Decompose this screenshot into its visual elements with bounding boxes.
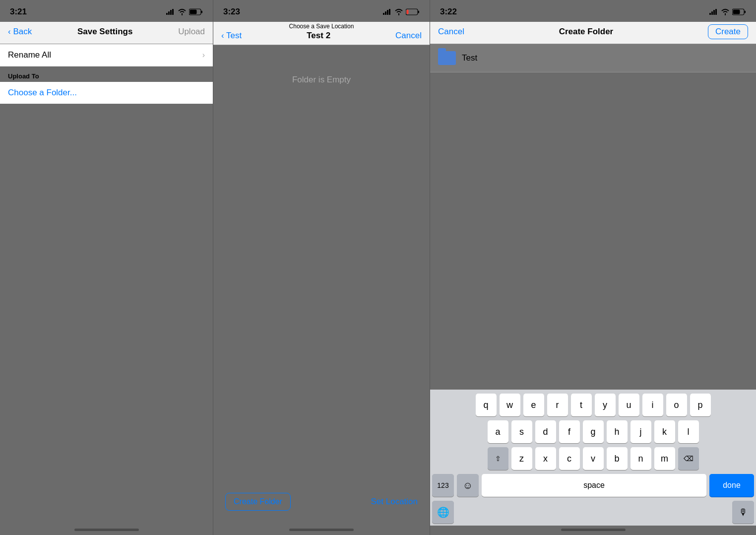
svg-point-4 (182, 14, 183, 15)
bottom-bar-2: Create Folder Set Location (213, 485, 430, 526)
key-z[interactable]: z (511, 447, 532, 470)
battery-icon-1 (189, 8, 203, 15)
mic-key[interactable]: 🎙 (732, 501, 754, 524)
status-bar-2: 3:23 (213, 0, 430, 22)
svg-point-20 (725, 14, 726, 15)
bottom-spacer (457, 501, 729, 524)
done-key[interactable]: done (709, 474, 754, 497)
nav-subtitle-2: Choose a Save Location (221, 23, 422, 30)
svg-rect-19 (715, 9, 717, 15)
key-i[interactable]: i (642, 394, 663, 416)
key-s[interactable]: s (511, 420, 532, 443)
rename-all-label: Rename All (8, 50, 51, 60)
delete-key[interactable]: ⌫ (678, 447, 699, 470)
status-icons-2 (383, 8, 420, 15)
svg-rect-2 (170, 10, 172, 15)
key-o[interactable]: o (666, 394, 687, 416)
svg-rect-18 (713, 10, 715, 15)
key-q[interactable]: q (476, 394, 497, 416)
key-w[interactable]: w (500, 394, 520, 416)
choose-folder-row[interactable]: Choose a Folder... (0, 82, 213, 104)
key-g[interactable]: g (583, 420, 604, 443)
status-bar-1: 3:21 (0, 0, 213, 22)
key-l[interactable]: l (678, 420, 699, 443)
svg-rect-17 (711, 11, 713, 15)
svg-rect-22 (733, 10, 740, 14)
key-e[interactable]: e (523, 394, 544, 416)
wifi-icon-3 (721, 8, 730, 15)
create-folder-button-2[interactable]: Create Folder (225, 493, 291, 511)
content-1: Rename All › Upload To Choose a Folder..… (0, 44, 213, 526)
key-c[interactable]: c (559, 447, 580, 470)
keyboard-row-3: ⇧ z x c v b n m ⌫ (432, 447, 754, 470)
svg-rect-7 (201, 11, 203, 13)
home-indicator-1 (0, 526, 213, 535)
home-indicator-2 (213, 526, 430, 535)
nav-bar-3: Cancel Create Folder Create (430, 22, 756, 44)
space-key[interactable]: space (482, 474, 706, 497)
key-a[interactable]: a (488, 420, 508, 443)
home-bar-1 (74, 529, 139, 531)
key-f[interactable]: f (559, 420, 580, 443)
folder-row-3[interactable]: Test (430, 44, 756, 72)
svg-rect-16 (709, 13, 711, 15)
svg-rect-15 (418, 11, 420, 13)
battery-icon-2 (406, 8, 420, 15)
create-button-3[interactable]: Create (708, 24, 748, 39)
cancel-button-3[interactable]: Cancel (438, 27, 464, 37)
spacer-3 (430, 72, 756, 390)
globe-key[interactable]: 🌐 (432, 501, 454, 524)
keyboard-row-2: a s d f g h j k l (432, 420, 754, 443)
home-indicator-3 (430, 526, 756, 535)
key-t[interactable]: t (571, 394, 592, 416)
key-b[interactable]: b (607, 447, 628, 470)
key-u[interactable]: u (619, 394, 639, 416)
back-button-2[interactable]: ‹ Test (221, 31, 242, 41)
svg-point-12 (398, 14, 399, 15)
key-emoji[interactable]: ☺ (457, 474, 479, 497)
panel-save-settings: 3:21 ‹ Back Save Settings U (0, 0, 213, 535)
set-location-button-2[interactable]: Set Location (371, 497, 418, 507)
key-j[interactable]: j (630, 420, 651, 443)
key-h[interactable]: h (607, 420, 628, 443)
empty-state-2: Folder is Empty (213, 45, 430, 85)
battery-icon-3 (732, 8, 746, 15)
key-123[interactable]: 123 (432, 474, 454, 497)
key-m[interactable]: m (654, 447, 675, 470)
upload-to-header: Upload To (0, 67, 213, 82)
folder-icon-3 (438, 51, 456, 65)
svg-rect-6 (190, 10, 197, 14)
key-k[interactable]: k (654, 420, 675, 443)
nav-title-2: Test 2 (307, 31, 330, 41)
nav-title-1: Save Settings (77, 27, 133, 37)
keyboard-row-1: q w e r t y u i o p (432, 394, 754, 416)
key-y[interactable]: y (595, 394, 616, 416)
cancel-button-2[interactable]: Cancel (395, 31, 422, 41)
folder-name-3: Test (462, 53, 477, 63)
signal-icon-2 (383, 9, 392, 15)
nav-bar-1: ‹ Back Save Settings Upload (0, 22, 213, 44)
nav-bar-2: Choose a Save Location ‹ Test Test 2 Can… (213, 22, 430, 45)
svg-rect-1 (168, 11, 170, 15)
content-2: Folder is Empty (213, 45, 430, 485)
status-icons-3 (709, 8, 746, 15)
svg-rect-0 (166, 13, 168, 15)
key-p[interactable]: p (690, 394, 711, 416)
key-r[interactable]: r (547, 394, 568, 416)
key-x[interactable]: x (535, 447, 556, 470)
svg-rect-3 (172, 9, 174, 15)
back-button-1[interactable]: ‹ Back (8, 27, 32, 37)
key-d[interactable]: d (535, 420, 556, 443)
chevron-right-icon-1: › (202, 51, 205, 60)
key-v[interactable]: v (583, 447, 604, 470)
key-n[interactable]: n (630, 447, 651, 470)
keyboard-row-4: 123 ☺ space done (432, 474, 754, 497)
svg-rect-9 (385, 11, 386, 15)
panel-create-folder: 3:22 Cancel Create Folder C (430, 0, 756, 535)
status-time-1: 3:21 (10, 7, 27, 17)
rename-all-row[interactable]: Rename All › (0, 44, 213, 67)
upload-button-1[interactable]: Upload (178, 27, 205, 37)
shift-key[interactable]: ⇧ (488, 447, 508, 470)
separator-3 (430, 44, 756, 44)
empty-label-2: Folder is Empty (292, 75, 351, 85)
